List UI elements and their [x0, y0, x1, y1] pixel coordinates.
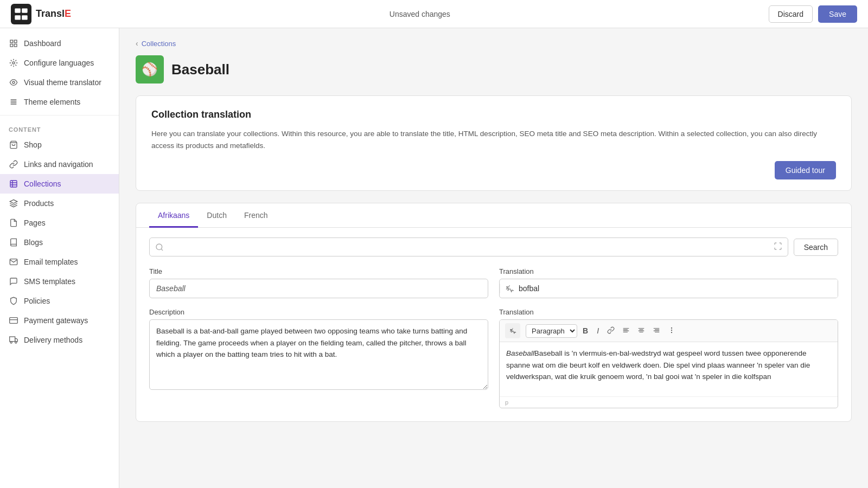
description-translation-content[interactable]: BaseballBaseball is 'n vlermuis-en-bal-w… [500, 342, 838, 396]
description-fields-row: Description Baseball is a bat-and-ball g… [149, 308, 838, 408]
align-left-button[interactable] [620, 325, 633, 337]
italic-button[interactable]: I [593, 325, 602, 337]
sidebar-item-label: Links and navigation [24, 160, 93, 169]
sms-icon [9, 277, 18, 286]
save-button[interactable]: Save [818, 5, 857, 23]
svg-point-18 [15, 342, 17, 343]
visual-icon [9, 78, 18, 87]
svg-rect-4 [10, 40, 13, 43]
brand-name: TranslE [36, 8, 71, 20]
info-card-text: Here you can translate your collections.… [151, 128, 836, 151]
title-translation-group: Translation [499, 267, 838, 298]
discard-button[interactable]: Discard [769, 5, 813, 23]
description-editor: Paragraph B I [499, 319, 838, 408]
sidebar-item-shop[interactable]: Shop [0, 135, 119, 155]
bold-button[interactable]: B [579, 325, 591, 337]
unsaved-status: Unsaved changes [390, 10, 450, 18]
align-center-button[interactable] [635, 325, 648, 337]
guided-tour-button[interactable]: Guided tour [775, 161, 836, 179]
svg-point-17 [10, 342, 12, 343]
sidebar-item-label: Products [24, 199, 54, 208]
sidebar-item-label: Email templates [24, 258, 78, 266]
topbar-actions: Discard Save [769, 5, 857, 23]
sidebar-item-label: Theme elements [24, 98, 80, 106]
pages-icon [9, 218, 18, 228]
description-translation-group: Translation Paragraph B I [499, 308, 838, 408]
sidebar-item-label: SMS templates [24, 277, 75, 286]
tab-french[interactable]: French [235, 203, 277, 228]
link-button[interactable] [604, 325, 617, 337]
blogs-icon [9, 237, 18, 247]
description-source-group: Description Baseball is a bat-and-ball g… [149, 308, 488, 408]
links-icon [9, 159, 18, 169]
logo-icon [11, 4, 31, 24]
info-card: Collection translation Here you can tran… [136, 95, 852, 191]
sidebar-item-delivery-methods[interactable]: Delivery methods [0, 330, 119, 350]
paragraph-select[interactable]: Paragraph [526, 324, 577, 338]
sidebar-item-policies[interactable]: Policies [0, 291, 119, 311]
tab-dutch[interactable]: Dutch [198, 203, 235, 228]
delivery-icon [9, 335, 18, 345]
sidebar-item-links-navigation[interactable]: Links and navigation [0, 155, 119, 174]
content-section-label: CONTENT [0, 119, 119, 135]
description-translation-label: Translation [499, 308, 838, 316]
editor-footer: p [500, 396, 838, 408]
sidebar-item-products[interactable]: Products [0, 194, 119, 213]
sidebar-item-label: Policies [24, 297, 50, 305]
svg-rect-11 [10, 181, 17, 187]
page-thumbnail: ⚾ [136, 55, 164, 84]
sidebar-item-label: Blogs [24, 238, 43, 247]
svg-marker-12 [10, 200, 17, 203]
sidebar-item-payment-gateways[interactable]: Payment gateways [0, 311, 119, 330]
logo: TranslE [11, 4, 71, 24]
svg-rect-6 [10, 44, 13, 47]
theme-icon [9, 97, 18, 107]
collections-icon [9, 179, 18, 189]
info-card-title: Collection translation [151, 109, 836, 120]
search-button[interactable]: Search [794, 239, 838, 256]
svg-point-19 [156, 244, 162, 250]
sidebar-item-sms-templates[interactable]: SMS templates [0, 272, 119, 291]
sidebar-item-label: Pages [24, 219, 46, 227]
editor-toolbar: Paragraph B I [500, 320, 838, 342]
svg-point-34 [671, 330, 672, 330]
svg-point-33 [671, 328, 672, 328]
sidebar-item-configure-languages[interactable]: Configure languages [0, 53, 119, 73]
sidebar-item-label: Collections [24, 179, 61, 188]
sidebar-item-visual-theme[interactable]: Visual theme translator [0, 73, 119, 92]
sidebar-item-dashboard[interactable]: Dashboard [0, 34, 119, 53]
search-icon [155, 243, 164, 252]
svg-rect-0 [15, 8, 20, 12]
title-source-input[interactable] [150, 279, 488, 298]
translate-icon [500, 284, 519, 293]
sidebar-item-pages[interactable]: Pages [0, 213, 119, 233]
sidebar: Dashboard Configure languages Visual the… [0, 28, 119, 488]
svg-rect-3 [22, 15, 27, 20]
svg-rect-15 [10, 337, 15, 342]
more-options-button[interactable] [665, 325, 678, 337]
expand-icon[interactable] [774, 242, 782, 252]
sidebar-item-email-templates[interactable]: Email templates [0, 252, 119, 272]
sidebar-item-label: Dashboard [24, 39, 61, 48]
svg-line-20 [161, 249, 163, 251]
title-source-label: Title [149, 267, 488, 275]
email-icon [9, 257, 18, 267]
title-translation-input[interactable] [519, 279, 838, 298]
breadcrumb[interactable]: ‹ Collections [136, 39, 852, 48]
breadcrumb-arrow-icon: ‹ [136, 39, 138, 48]
breadcrumb-label: Collections [142, 40, 176, 48]
description-source-textarea[interactable]: Baseball is a bat-and-ball game played b… [149, 319, 488, 390]
align-right-button[interactable] [650, 325, 663, 337]
sidebar-item-label: Payment gateways [24, 316, 88, 325]
search-input[interactable] [164, 243, 770, 252]
topbar: TranslE Unsaved changes Discard Save [0, 0, 868, 28]
sidebar-nav: Dashboard Configure languages Visual the… [0, 28, 119, 355]
sidebar-item-collections[interactable]: Collections [0, 174, 119, 194]
fields-container: Title Translation [136, 262, 851, 408]
svg-point-35 [671, 332, 672, 332]
description-source-label: Description [149, 308, 488, 316]
tab-afrikaans[interactable]: Afrikaans [149, 203, 198, 228]
sidebar-item-theme-elements[interactable]: Theme elements [0, 92, 119, 112]
main-content: ‹ Collections ⚾ Baseball Collection tran… [119, 28, 868, 488]
sidebar-item-blogs[interactable]: Blogs [0, 233, 119, 252]
